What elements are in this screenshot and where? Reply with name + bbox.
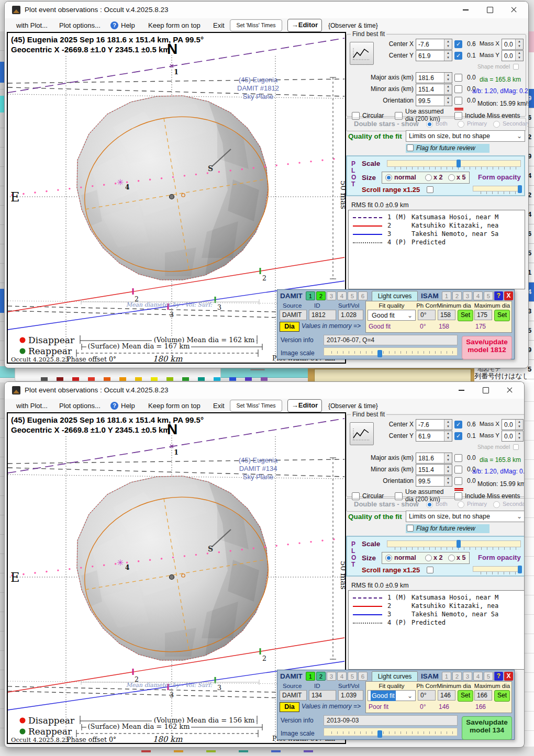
minimize-button[interactable]: [450, 382, 474, 398]
spinner[interactable]: ▲▼: [444, 465, 452, 475]
damit-tab-3[interactable]: 3: [327, 672, 336, 681]
minimize-button[interactable]: [454, 2, 478, 18]
observer-legend-list[interactable]: 1 (M)Katsumasa Hosoi, near M 2Katsuhiko …: [348, 590, 525, 670]
spinner[interactable]: ▲▼: [444, 453, 452, 463]
menu-plot-options[interactable]: Plot options...: [59, 399, 101, 413]
primary-radio[interactable]: [458, 501, 464, 508]
spinner[interactable]: ▲▼: [515, 39, 523, 49]
close-button[interactable]: [502, 2, 526, 18]
size-x5-radio[interactable]: [448, 555, 455, 561]
help-button[interactable]: ?: [494, 672, 503, 681]
damit-tab-1[interactable]: 1: [306, 672, 315, 681]
isam-tab-3[interactable]: 3: [463, 672, 472, 681]
legend-row[interactable]: 1 (M)Katsumasa Hosoi, near M: [350, 213, 524, 222]
mass-x-input[interactable]: 0.0▲▼: [502, 39, 524, 50]
legend-row[interactable]: 2Katsuhiko Kitazaki, nea: [350, 602, 524, 611]
damit-tab-4[interactable]: 4: [337, 291, 347, 300]
isam-tab-1[interactable]: 1: [442, 291, 451, 300]
isam-tab-5[interactable]: 5: [484, 291, 493, 300]
set-min-button[interactable]: Set: [458, 310, 473, 321]
dia-button[interactable]: Dia: [280, 322, 299, 332]
scale-slider-thumb[interactable]: [457, 160, 461, 167]
both-radio[interactable]: [426, 121, 433, 128]
menu-exit[interactable]: Exit: [213, 399, 225, 413]
run-fit-button[interactable]: [350, 42, 374, 65]
center-y-checkbox[interactable]: ✓: [454, 432, 462, 440]
dia-button[interactable]: Dia: [280, 702, 299, 712]
run-fit-button[interactable]: [350, 422, 374, 445]
window-resize-gripper[interactable]: [250, 369, 265, 370]
fit-quality-dropdown[interactable]: Good fit⌄: [368, 310, 416, 321]
center-x-input[interactable]: -7.6▲▼: [416, 39, 452, 50]
image-scale-track[interactable]: [324, 347, 458, 356]
size-x5-radio[interactable]: [448, 174, 455, 181]
damit-tab-1[interactable]: 1: [306, 291, 315, 300]
legend-row[interactable]: 4 (P)Predicted: [350, 239, 524, 247]
legend-row[interactable]: 3Takeshi Nemoto, near Sa: [350, 611, 524, 619]
help-button[interactable]: ?: [494, 291, 503, 300]
fit-quality-dropdown[interactable]: Good fit⌄: [368, 690, 416, 701]
opacity-slider-thumb[interactable]: [518, 185, 522, 193]
minor-axis-input[interactable]: 151.4▲▼: [416, 464, 452, 475]
menu-keep-on-top[interactable]: Keep form on top: [148, 399, 201, 413]
menu-help[interactable]: Help: [121, 399, 135, 413]
flag-review-checkbox[interactable]: [407, 144, 414, 151]
spinner[interactable]: ▲▼: [444, 96, 452, 106]
light-curves-button[interactable]: Light curves: [372, 671, 418, 682]
damit-tab-2[interactable]: 2: [316, 291, 326, 300]
legend-row[interactable]: 3Takeshi Nemoto, near Sa: [350, 230, 524, 239]
scale-slider-thumb[interactable]: [457, 540, 461, 548]
isam-tab-1[interactable]: 1: [442, 672, 451, 681]
both-radio[interactable]: [426, 501, 433, 508]
damit-tab-6[interactable]: 6: [358, 291, 368, 300]
damit-tab-4[interactable]: 4: [337, 672, 347, 681]
isam-tab-5[interactable]: 5: [484, 672, 493, 681]
image-scale-track[interactable]: [324, 728, 458, 736]
center-y-input[interactable]: 61.9▲▼: [416, 431, 452, 442]
set-miss-times-button[interactable]: Set 'Miss' Times: [230, 400, 282, 412]
size-x2-radio[interactable]: [425, 555, 432, 561]
image-scale-thumb[interactable]: [377, 350, 382, 357]
orientation-input[interactable]: 99.5▲▼: [416, 95, 452, 106]
major-axis-checkbox[interactable]: [454, 74, 462, 82]
save-update-button[interactable]: Save/updatemodel 1812: [462, 336, 512, 359]
spinner[interactable]: ▲▼: [515, 51, 523, 61]
size-x2-radio[interactable]: [425, 174, 432, 181]
spinner[interactable]: ▲▼: [444, 51, 452, 61]
primary-radio[interactable]: [458, 121, 464, 128]
spinner[interactable]: ▲▼: [444, 39, 452, 49]
major-axis-checkbox[interactable]: [454, 454, 462, 462]
menu-exit[interactable]: Exit: [213, 18, 225, 33]
orientation-checkbox[interactable]: [454, 477, 462, 485]
opacity-slider-track[interactable]: [473, 566, 522, 572]
editor-button[interactable]: →Editor: [287, 399, 322, 412]
scroll-range-checkbox[interactable]: [427, 567, 433, 573]
quality-dropdown[interactable]: Limits on size, but no shape⌄: [406, 130, 525, 142]
scale-slider-track[interactable]: [387, 540, 521, 547]
panel-close-button[interactable]: X: [504, 672, 513, 681]
menu-with-plot[interactable]: with Plot...: [16, 18, 48, 33]
isam-tab-2[interactable]: 2: [452, 291, 462, 300]
scale-slider-track[interactable]: [387, 160, 521, 167]
damit-tab-5[interactable]: 5: [348, 672, 357, 681]
center-x-checkbox[interactable]: ✓: [454, 40, 462, 48]
set-max-button[interactable]: Set: [494, 690, 510, 702]
scroll-range-checkbox[interactable]: [427, 186, 433, 193]
mass-x-input[interactable]: 0.0▲▼: [502, 419, 524, 430]
maximize-button[interactable]: [478, 2, 502, 18]
isam-tab-2[interactable]: 2: [452, 672, 462, 681]
minor-axis-input[interactable]: 151.4▲▼: [416, 84, 452, 95]
major-axis-input[interactable]: 181.6▲▼: [416, 72, 452, 83]
damit-tab-5[interactable]: 5: [348, 291, 357, 300]
set-min-button[interactable]: Set: [458, 690, 473, 702]
isam-tab-4[interactable]: 4: [473, 291, 483, 300]
set-max-button[interactable]: Set: [494, 310, 510, 321]
mass-y-input[interactable]: 0.0▲▼: [502, 50, 524, 61]
isam-tab-3[interactable]: 3: [463, 291, 472, 300]
opacity-slider-track[interactable]: [473, 186, 522, 191]
menu-plot-options[interactable]: Plot options...: [59, 18, 101, 33]
mass-y-input[interactable]: 0.0▲▼: [502, 431, 524, 442]
damit-tab-6[interactable]: 6: [358, 672, 368, 681]
titlebar[interactable]: Plot event observations : Occult v.4.202…: [5, 2, 528, 18]
set-miss-times-button[interactable]: Set 'Miss' Times: [230, 19, 282, 31]
